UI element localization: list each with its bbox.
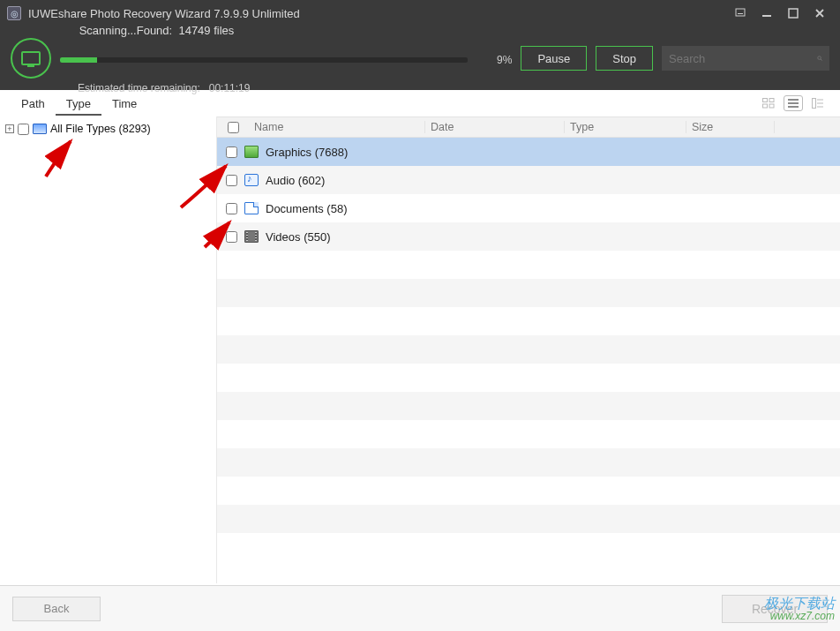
empty-row	[217, 364, 840, 392]
svg-line-5	[821, 59, 822, 61]
tree-root-checkbox[interactable]	[18, 124, 29, 135]
tab-type[interactable]: Type	[56, 92, 101, 116]
empty-row	[217, 477, 840, 505]
tabs-row: Path Type Time	[0, 90, 840, 116]
doc-icon	[244, 202, 259, 214]
found-count: 14749	[178, 24, 210, 37]
stop-button[interactable]: Stop	[596, 46, 653, 71]
empty-row	[217, 448, 840, 477]
empty-row	[217, 251, 840, 279]
back-button[interactable]: Back	[12, 597, 101, 621]
scanning-suffix: files	[211, 24, 235, 37]
tray-button[interactable]	[727, 4, 754, 22]
expand-icon[interactable]: +	[5, 124, 14, 133]
empty-row	[217, 505, 840, 533]
monitor-icon	[33, 124, 47, 134]
search-input[interactable]	[669, 52, 817, 65]
tree-pane: + All File Types (8293)	[0, 116, 217, 583]
empty-row	[217, 392, 840, 420]
row-checkbox[interactable]	[226, 203, 237, 214]
file-rows: Graphics (7688)Audio (602)Documents (58)…	[217, 138, 840, 583]
progress-percent: 9%	[476, 54, 512, 66]
view-grid-icon[interactable]	[759, 95, 778, 111]
view-detail-icon[interactable]	[808, 95, 828, 111]
svg-rect-3	[789, 9, 798, 18]
svg-rect-13	[813, 99, 816, 109]
row-checkbox[interactable]	[226, 231, 237, 243]
graphics-icon	[244, 146, 259, 158]
svg-rect-8	[763, 104, 768, 108]
recover-button[interactable]: Recover	[722, 595, 828, 623]
column-headers: Name Date Type Size	[217, 116, 840, 138]
app-logo-icon: ◎	[7, 6, 21, 20]
file-row[interactable]: Audio (602)	[217, 166, 840, 194]
scanning-prefix: Scanning...Found:	[79, 24, 179, 37]
video-icon	[244, 230, 259, 243]
col-type[interactable]: Type	[565, 121, 686, 133]
svg-point-4	[818, 56, 821, 60]
maximize-button[interactable]	[780, 4, 806, 22]
list-pane: Name Date Type Size Graphics (7688)Audio…	[217, 116, 840, 583]
minimize-button[interactable]	[754, 4, 780, 22]
col-size[interactable]: Size	[686, 121, 775, 133]
select-all-checkbox[interactable]	[228, 122, 239, 133]
progress-fill	[60, 57, 97, 63]
empty-row	[217, 533, 840, 561]
audio-icon	[244, 174, 259, 186]
tab-time[interactable]: Time	[101, 92, 147, 116]
file-row[interactable]: Videos (550)	[217, 222, 840, 251]
tree-root-label: All File Types (8293)	[50, 123, 151, 135]
progress-header: Scanning...Found: 14749 files 9% Estimat…	[0, 26, 840, 90]
svg-rect-7	[769, 99, 774, 102]
file-row[interactable]: Graphics (7688)	[217, 138, 840, 166]
row-checkbox[interactable]	[226, 175, 237, 186]
footer: Back Recover	[0, 585, 840, 631]
empty-row	[217, 420, 840, 448]
scanning-disk-icon	[11, 38, 51, 79]
svg-rect-9	[769, 104, 774, 108]
tab-path[interactable]: Path	[11, 92, 56, 116]
search-box[interactable]	[662, 46, 829, 71]
row-label: Documents (58)	[266, 202, 347, 215]
pause-button[interactable]: Pause	[521, 46, 587, 71]
row-checkbox[interactable]	[226, 146, 237, 158]
tree-root-row[interactable]: + All File Types (8293)	[5, 120, 211, 138]
col-name[interactable]: Name	[249, 121, 425, 133]
search-icon	[817, 52, 822, 64]
close-button[interactable]	[806, 4, 833, 22]
progress-bar	[60, 57, 468, 63]
row-label: Graphics (7688)	[266, 146, 348, 159]
svg-rect-6	[763, 99, 768, 102]
svg-rect-2	[762, 15, 771, 17]
row-label: Audio (602)	[266, 174, 325, 187]
col-date[interactable]: Date	[425, 121, 565, 133]
row-label: Videos (550)	[266, 230, 330, 244]
svg-rect-0	[736, 9, 745, 16]
empty-row	[217, 279, 840, 307]
empty-row	[217, 307, 840, 335]
file-row[interactable]: Documents (58)	[217, 194, 840, 222]
view-list-icon[interactable]	[784, 95, 803, 111]
empty-row	[217, 335, 840, 364]
svg-rect-1	[738, 13, 743, 14]
